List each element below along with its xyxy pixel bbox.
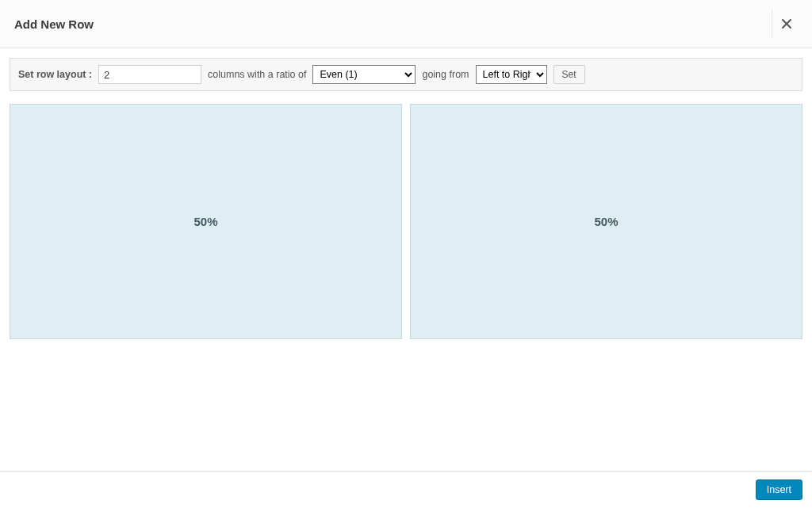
ratio-label: columns with a ratio of [208, 69, 306, 80]
column-width-label: 50% [193, 215, 217, 228]
direction-select[interactable]: Left to Right [476, 65, 547, 84]
close-icon [782, 17, 791, 31]
set-button[interactable]: Set [553, 65, 585, 84]
row-layout-label: Set row layout : [18, 69, 92, 80]
dialog-content: Set row layout : columns with a ratio of… [0, 48, 812, 349]
column-preview[interactable]: 50% [410, 104, 802, 339]
insert-button[interactable]: Insert [756, 479, 802, 500]
row-layout-toolbar: Set row layout : columns with a ratio of… [10, 58, 802, 91]
close-button[interactable] [772, 10, 800, 38]
column-width-label: 50% [594, 215, 618, 228]
dialog-title: Add New Row [14, 17, 94, 31]
column-preview[interactable]: 50% [10, 104, 402, 339]
dialog-footer: Insert [0, 471, 812, 508]
row-preview: 50% 50% [10, 104, 802, 339]
columns-count-input[interactable] [98, 65, 201, 84]
ratio-select[interactable]: Even (1) [312, 65, 416, 84]
dialog-header: Add New Row [0, 0, 812, 48]
direction-label: going from [422, 69, 469, 80]
